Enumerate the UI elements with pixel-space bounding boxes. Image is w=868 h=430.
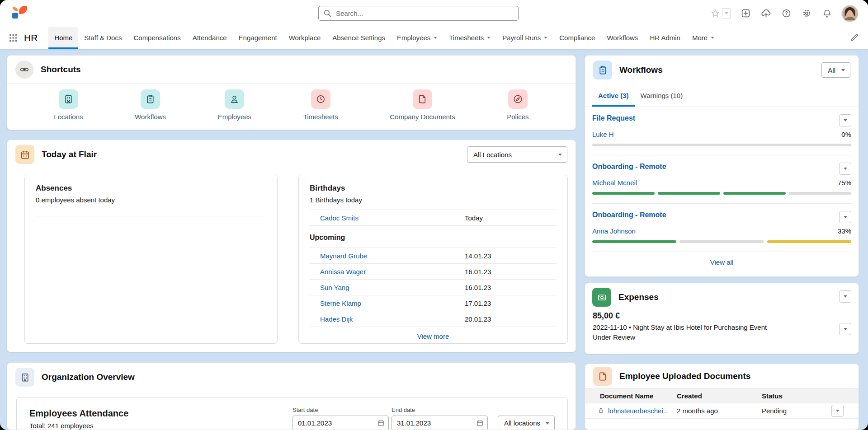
expenses-title: Expenses <box>618 292 659 302</box>
table-row: Sun Yang 16.01.23 <box>310 279 557 295</box>
user-avatar[interactable] <box>842 5 858 22</box>
table-row: lohnsteuerbeschei... 2 months ago Pendin… <box>585 403 859 419</box>
tab-warnings[interactable]: Warnings (10) <box>635 92 689 107</box>
expenses-menu-button[interactable] <box>839 290 851 303</box>
birthdays-summary: 1 Birthdays today <box>310 196 557 204</box>
end-date-label: End date <box>392 407 488 413</box>
upload-cloud-icon[interactable] <box>760 8 771 19</box>
start-date-label: Start date <box>292 407 389 413</box>
employee-link[interactable]: Sun Yang <box>320 284 465 291</box>
tab-workplace[interactable]: Workplace <box>283 27 327 49</box>
organization-overview-card: Organization Overview Employees Attendan… <box>7 362 576 430</box>
tab-compensations[interactable]: Compensations <box>127 27 186 49</box>
file-icon <box>593 367 612 386</box>
header-actions: ? <box>710 5 858 22</box>
end-date-input[interactable] <box>392 416 488 430</box>
workflow-item: Onboarding - Remote Anna Johnson 33% <box>592 204 851 252</box>
organization-title: Organization Overview <box>42 372 135 382</box>
shortcut-employees[interactable]: Employees <box>218 89 251 121</box>
document-link[interactable]: lohnsteuerbeschei... <box>608 407 669 415</box>
workflow-person-link[interactable]: Anna Johnson <box>592 227 636 235</box>
tab-engagement[interactable]: Engagement <box>233 27 283 49</box>
nav-tabs: Home Staff & Docs Compensations Attendan… <box>48 27 720 49</box>
employee-link[interactable]: Hades Dijk <box>320 315 465 323</box>
upcoming-title: Upcoming <box>310 234 557 242</box>
workflow-menu-button[interactable] <box>839 163 851 175</box>
workflow-person-link[interactable]: Luke H <box>592 131 614 138</box>
tab-hr-admin[interactable]: HR Admin <box>644 27 686 49</box>
workflow-title-link[interactable]: File Request <box>592 114 635 122</box>
table-row: Maynard Grube 14.01.23 <box>310 248 557 263</box>
chevron-down-icon <box>558 154 562 156</box>
birthdays-title: Birthdays <box>310 184 557 193</box>
tab-employees[interactable]: Employees <box>391 27 443 49</box>
employee-link[interactable]: Maynard Grube <box>320 252 465 260</box>
flair-logo-icon[interactable] <box>10 5 28 22</box>
help-icon[interactable]: ? <box>781 8 792 19</box>
edit-pencil-icon[interactable] <box>850 33 860 43</box>
progress-segment <box>592 192 655 195</box>
chevron-down-icon <box>844 295 847 298</box>
progress-segment <box>592 240 676 243</box>
app-nav-bar: HR Home Staff & Docs Compensations Atten… <box>0 27 868 49</box>
expense-description: 2022-11-10 • Night Stay at Ibis Hotel fo… <box>593 323 831 331</box>
employee-link[interactable]: Annissa Wager <box>320 268 465 276</box>
view-more-link[interactable]: View more <box>417 332 449 340</box>
table-row: Annissa Wager 16.01.23 <box>310 263 557 279</box>
table-row: Cadoc Smits Today <box>310 210 557 226</box>
tab-compliance[interactable]: Compliance <box>553 27 601 49</box>
progress-segment <box>658 192 720 195</box>
app-window: ? <box>0 0 868 430</box>
start-date-input[interactable] <box>292 416 389 430</box>
workflow-menu-button[interactable] <box>839 114 851 126</box>
notifications-bell-icon[interactable] <box>821 8 832 19</box>
search-input[interactable] <box>318 6 519 21</box>
shortcut-timesheets[interactable]: Timesheets <box>303 89 338 121</box>
progress-bar <box>592 192 851 195</box>
org-location-filter-select[interactable]: All locations <box>498 416 555 430</box>
tab-home[interactable]: Home <box>48 27 78 49</box>
shortcut-workflows[interactable]: Workflows <box>135 89 166 121</box>
workflows-filter-select[interactable]: All <box>821 62 850 78</box>
expense-item-menu-button[interactable] <box>839 323 851 335</box>
workflow-title-link[interactable]: Onboarding - Remote <box>592 211 666 219</box>
quick-create-button[interactable] <box>740 8 751 19</box>
tab-more[interactable]: More <box>686 27 720 49</box>
app-launcher-icon[interactable] <box>8 33 18 43</box>
shortcut-locations[interactable]: Locations <box>54 89 83 121</box>
calendar-icon <box>15 145 34 164</box>
tab-workflows[interactable]: Workflows <box>601 27 644 49</box>
tab-active[interactable]: Active (3) <box>592 92 635 107</box>
absences-summary: 0 employees absent today <box>36 196 266 204</box>
tab-absence-settings[interactable]: Absence Settings <box>326 27 391 49</box>
employee-link[interactable]: Sterne Klamp <box>320 299 465 307</box>
view-all-link[interactable]: View all <box>710 258 733 266</box>
shortcut-company-documents[interactable]: Company Documents <box>390 89 455 121</box>
compass-icon <box>508 89 528 109</box>
shortcut-polices[interactable]: Polices <box>507 89 528 121</box>
star-icon <box>710 8 721 19</box>
document-menu-button[interactable] <box>831 405 844 417</box>
progress-segment <box>679 240 764 243</box>
tab-timesheets[interactable]: Timesheets <box>443 27 496 49</box>
today-location-filter-select[interactable]: All Locations <box>467 146 567 163</box>
favorites-caret-button[interactable] <box>722 8 731 19</box>
chevron-down-icon <box>841 69 845 71</box>
employee-link[interactable]: Cadoc Smits <box>320 214 465 222</box>
lock-icon <box>598 407 604 415</box>
workflows-title: Workflows <box>619 65 663 75</box>
workflow-menu-button[interactable] <box>839 211 851 223</box>
favorites-button[interactable] <box>710 8 731 19</box>
expense-status: Under Review <box>593 333 831 341</box>
chevron-down-icon <box>546 422 549 425</box>
chevron-down-icon <box>836 410 840 412</box>
workflow-title-link[interactable]: Onboarding - Remote <box>592 163 666 171</box>
tab-payroll-runs[interactable]: Payroll Runs <box>496 27 553 49</box>
setup-gear-icon[interactable] <box>801 8 812 19</box>
chevron-down-icon <box>844 168 847 170</box>
progress-segment <box>723 192 786 195</box>
tab-attendance[interactable]: Attendance <box>187 27 233 49</box>
workflow-person-link[interactable]: Micheal Mcneil <box>592 179 637 187</box>
tab-staff-docs[interactable]: Staff & Docs <box>78 27 127 49</box>
column-header: Status <box>762 392 831 400</box>
